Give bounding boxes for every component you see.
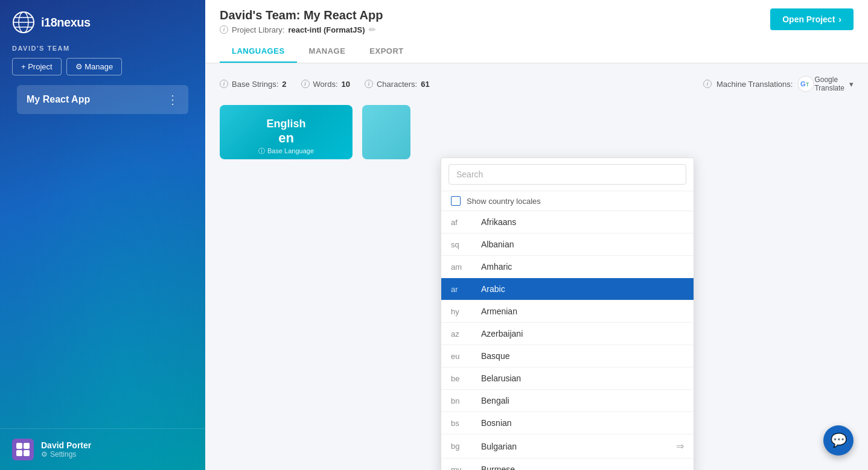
languages-grid: English en ⓘ Base Language — [220, 105, 854, 159]
characters-stat: i Characters: 61 — [365, 80, 430, 89]
characters-label: Characters: — [377, 80, 417, 89]
edit-icon[interactable]: ✏ — [369, 25, 376, 34]
dropdown-search-area — [441, 158, 694, 191]
show-country-locales-label: Show country locales — [467, 197, 541, 206]
lang-list-item[interactable]: am Amharic — [441, 256, 694, 278]
language-list: af Afrikaans sq Albanian am Amharic ar A… — [441, 211, 694, 470]
library-name: react-intl (FormatJS) — [288, 25, 365, 34]
lang-code: bg — [451, 442, 481, 451]
lang-list-item[interactable]: bs Bosnian — [441, 412, 694, 434]
svg-text:T: T — [806, 81, 809, 87]
lang-name: Afrikaans — [481, 217, 684, 227]
lang-name: Albanian — [481, 240, 684, 249]
main-content: David's Team: My React App i Project Lib… — [205, 0, 868, 470]
lang-code: ar — [451, 285, 481, 294]
logo-text: i18nexus — [41, 16, 91, 30]
sidebar-footer: David Porter ⚙ Settings — [0, 428, 205, 470]
lang-name: Bulgarian — [481, 442, 676, 451]
lang-code: be — [451, 374, 481, 383]
words-stat: i Words: 10 — [301, 80, 350, 89]
google-translate-label: GoogleTranslate — [814, 75, 844, 93]
tab-manage[interactable]: MANAGE — [297, 40, 358, 63]
lang-code: hy — [451, 307, 481, 316]
words-value: 10 — [342, 80, 350, 89]
project-library-info: i Project Library: react-intl (FormatJS)… — [220, 25, 383, 34]
lang-name: Basque — [481, 351, 684, 361]
base-language-info-icon: ⓘ — [258, 147, 265, 156]
lang-list-item[interactable]: be Belarusian — [441, 367, 694, 390]
lang-list-item[interactable]: az Azerbaijani — [441, 323, 694, 345]
tab-export[interactable]: EXPORT — [357, 40, 415, 63]
machine-translations: i Machine Translations: G T GoogleTransl… — [703, 75, 854, 93]
add-project-button[interactable]: + Project — [12, 58, 62, 75]
lang-list-item[interactable]: ar Arabic — [441, 278, 694, 300]
add-language-card[interactable] — [362, 105, 410, 159]
lang-list-item[interactable]: bg Bulgarian ⇒ — [441, 434, 694, 459]
breadcrumb: David's Team: My React App — [220, 8, 383, 22]
user-info: David Porter ⚙ Settings — [41, 440, 193, 459]
chat-icon: 💬 — [831, 433, 847, 448]
project-item[interactable]: My React App ⋮ — [17, 85, 188, 114]
google-translate-svg: G T — [797, 75, 814, 92]
lang-name: Bosnian — [481, 418, 684, 428]
search-input[interactable] — [448, 164, 686, 185]
user-name: David Porter — [41, 440, 193, 450]
header-left: David's Team: My React App i Project Lib… — [220, 8, 383, 34]
base-strings-label: Base Strings: — [232, 80, 278, 89]
lang-code: af — [451, 218, 481, 227]
main-header: David's Team: My React App i Project Lib… — [205, 0, 868, 63]
machine-translations-dropdown-icon[interactable]: ▾ — [849, 80, 854, 89]
settings-link[interactable]: ⚙ Settings — [41, 450, 193, 459]
library-label: Project Library: — [232, 25, 284, 34]
base-strings-info-icon: i — [220, 80, 228, 88]
project-menu-icon[interactable]: ⋮ — [167, 92, 179, 107]
words-label: Words: — [313, 80, 338, 89]
sidebar: i18nexus DAVID'S TEAM + Project ⚙ Manage… — [0, 0, 205, 470]
lang-code: bn — [451, 396, 481, 405]
lang-code: az — [451, 329, 481, 338]
machine-translations-label: Machine Translations: — [716, 80, 793, 89]
lang-arrow-icon: ⇒ — [676, 440, 684, 452]
lang-name: Azerbaijani — [481, 329, 684, 338]
lang-code: bs — [451, 419, 481, 428]
lang-name: Armenian — [481, 306, 684, 316]
base-strings-value: 2 — [282, 80, 286, 89]
content-area: i Base Strings: 2 i Words: 10 i Characte… — [205, 63, 868, 470]
characters-info-icon: i — [365, 80, 373, 88]
base-strings-stat: i Base Strings: 2 — [220, 80, 287, 89]
base-language-label: ⓘ Base Language — [220, 147, 353, 156]
lang-code: eu — [451, 352, 481, 361]
lang-list-item[interactable]: sq Albanian — [441, 233, 694, 256]
sidebar-header: i18nexus DAVID'S TEAM + Project ⚙ Manage… — [0, 0, 205, 121]
open-project-button[interactable]: Open Project › — [770, 8, 854, 30]
info-icon: i — [220, 25, 228, 34]
english-language-card[interactable]: English en ⓘ Base Language — [220, 105, 353, 159]
tab-languages[interactable]: LANGUAGES — [220, 40, 297, 63]
logo-area: i18nexus — [12, 11, 193, 34]
stats-bar: i Base Strings: 2 i Words: 10 i Characte… — [220, 75, 854, 93]
arrow-right-icon: › — [838, 14, 841, 24]
lang-list-item[interactable]: hy Armenian — [441, 300, 694, 323]
lang-name: Arabic — [481, 284, 684, 294]
lang-list-item[interactable]: my Burmese — [441, 459, 694, 470]
manage-button[interactable]: ⚙ Manage — [66, 58, 123, 75]
chat-button[interactable]: 💬 — [823, 425, 854, 456]
svg-text:G: G — [800, 80, 806, 87]
show-country-locales-row[interactable]: Show country locales — [441, 191, 694, 211]
lang-name: Burmese — [481, 465, 684, 470]
lang-name: Amharic — [481, 262, 684, 272]
show-country-locales-checkbox[interactable] — [451, 196, 461, 206]
lang-code: sq — [451, 240, 481, 249]
lang-name: Belarusian — [481, 373, 684, 383]
team-label: DAVID'S TEAM — [12, 45, 193, 52]
logo-icon — [12, 11, 35, 34]
language-dropdown: Show country locales af Afrikaans sq Alb… — [441, 157, 694, 470]
project-name: My React App — [27, 94, 90, 105]
google-translate-icon[interactable]: G T GoogleTranslate — [797, 75, 844, 93]
lang-list-item[interactable]: bn Bengali — [441, 390, 694, 412]
lang-list-item[interactable]: eu Basque — [441, 345, 694, 367]
lang-list-item[interactable]: af Afrikaans — [441, 211, 694, 233]
team-actions: + Project ⚙ Manage — [12, 58, 193, 75]
gear-icon: ⚙ — [41, 450, 48, 459]
lang-code: am — [451, 262, 481, 272]
